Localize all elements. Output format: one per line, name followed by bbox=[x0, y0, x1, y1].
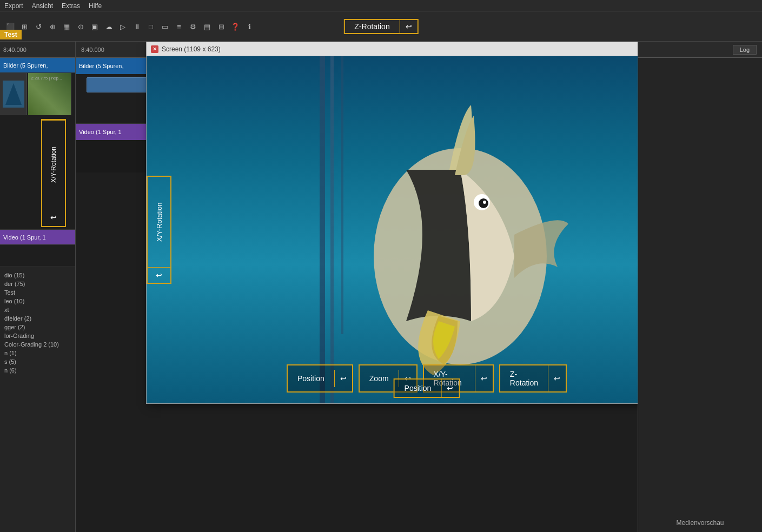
body-area: Test 8:40.000 Bilder (5 Spuren, bbox=[0, 42, 762, 532]
thumbnail-icon bbox=[3, 81, 24, 108]
menu-export[interactable]: Export bbox=[4, 2, 23, 10]
track-thumbnail-1 bbox=[0, 73, 27, 115]
toolbar-icon-9[interactable]: ▷ bbox=[117, 21, 129, 32]
fish-illustration bbox=[298, 99, 612, 403]
sidebar-item-3[interactable]: leo (10) bbox=[4, 297, 71, 305]
toolbar-icon-12[interactable]: ▭ bbox=[159, 21, 171, 32]
medienvorschau-label: Medienvorschau bbox=[676, 519, 724, 527]
screen-dialog-title: Screen (1109 x 623) bbox=[162, 45, 221, 53]
video-track-body bbox=[0, 245, 75, 267]
sidebar-item-4[interactable]: xt bbox=[4, 305, 71, 314]
bottom-position-label: Position bbox=[395, 380, 442, 397]
right-panel-top: Log bbox=[638, 42, 762, 58]
xy-rotation-section: X/Y-Rotation ↩ bbox=[0, 116, 75, 230]
xy-rotation-left-box[interactable]: X/Y-Rotation ↩ bbox=[147, 176, 171, 284]
toolbar-icon-4[interactable]: ⊕ bbox=[47, 21, 58, 32]
sidebar-item-9[interactable]: n (1) bbox=[4, 349, 71, 357]
toolbar-icon-17[interactable]: ❓ bbox=[229, 21, 241, 32]
video-background: Position ↩ Zoom ↩ X/Y-Rotation ↩ bbox=[147, 56, 638, 403]
overlay-position-button[interactable]: Position ↩ bbox=[287, 364, 353, 393]
toolbar-icon-7[interactable]: ▣ bbox=[89, 21, 101, 32]
sidebar-item-6[interactable]: gger (2) bbox=[4, 323, 71, 331]
underwater-pole-2 bbox=[330, 56, 334, 403]
right-panel-bottom: Medienvorschau bbox=[638, 58, 762, 532]
sidebar-item-10[interactable]: s (5) bbox=[4, 357, 71, 366]
z-rotation-toolbar-button[interactable]: Z-Rotation ↩ bbox=[343, 19, 418, 34]
svg-point-3 bbox=[474, 194, 490, 210]
bottom-position-icon: ↩ bbox=[441, 380, 459, 397]
video-preview: Position ↩ Zoom ↩ X/Y-Rotation ↩ bbox=[147, 56, 638, 403]
xy-rotation-left-label: X/Y-Rotation bbox=[155, 177, 163, 267]
toolbar-icon-14[interactable]: ⚙ bbox=[187, 21, 199, 32]
dialog-close-button[interactable]: ✕ bbox=[151, 45, 158, 53]
overlay-position-icon: ↩ bbox=[335, 370, 352, 387]
overlay-z-rotation-label: Z-Rotation bbox=[500, 365, 548, 391]
overlay-xy-rotation-icon: ↩ bbox=[475, 370, 493, 387]
xy-rotation-left-icon: ↩ bbox=[148, 267, 170, 283]
toolbar-icons: ⬛ ⊞ ↺ ⊕ ▦ ⊙ ▣ ☁ ▷ ⏸ □ ▭ ≡ ⚙ ▤ ⊟ ❓ ℹ bbox=[4, 21, 255, 32]
sidebar-item-2[interactable]: Test bbox=[4, 288, 71, 297]
video-label: Video (1 Spur, 1 bbox=[3, 234, 46, 241]
log-button[interactable]: Log bbox=[733, 45, 757, 55]
screen-dialog: ✕ Screen (1109 x 623) — □ ✕ bbox=[146, 42, 638, 404]
top-toolbar: ⬛ ⊞ ↺ ⊕ ▦ ⊙ ▣ ☁ ▷ ⏸ □ ▭ ≡ ⚙ ▤ ⊟ ❓ ℹ Z-Ro… bbox=[0, 12, 762, 42]
z-rotation-icon[interactable]: ↩ bbox=[400, 20, 418, 33]
toolbar-icon-11[interactable]: □ bbox=[145, 21, 157, 32]
sidebar-list: dio (15) der (75) Test leo (10) xt dfeld… bbox=[0, 267, 75, 532]
sidebar-item-1[interactable]: der (75) bbox=[4, 280, 71, 288]
track-thumbnail-map: 2:28.775 | nep... bbox=[28, 73, 71, 115]
toolbar-icon-18[interactable]: ℹ bbox=[243, 21, 255, 32]
bilder-track-header: Bilder (5 Spuren, bbox=[0, 58, 75, 73]
toolbar-icon-5[interactable]: ▦ bbox=[61, 21, 72, 32]
underwater-pole-3 bbox=[341, 56, 343, 334]
xy-rotation-vertical-label: X/Y-Rotation bbox=[42, 120, 65, 209]
sidebar-item-11[interactable]: n (6) bbox=[4, 366, 71, 375]
menu-ansicht[interactable]: Ansicht bbox=[32, 2, 53, 10]
main-col: 8:40.000 21:40.000 Bilder (5 Spuren, Vid… bbox=[76, 42, 638, 532]
toolbar-icon-8[interactable]: ☁ bbox=[103, 21, 115, 32]
left-col: Test 8:40.000 Bilder (5 Spuren, bbox=[0, 42, 76, 532]
sidebar-item-0[interactable]: dio (15) bbox=[4, 271, 71, 280]
sidebar-item-8[interactable]: Color-Grading 2 (10) bbox=[4, 340, 71, 349]
xy-rotation-box-left[interactable]: X/Y-Rotation ↩ bbox=[41, 119, 66, 227]
app: Export Ansicht Extras Hilfe ⬛ ⊞ ↺ ⊕ ▦ ⊙ … bbox=[0, 0, 762, 532]
right-col: Log Medienvorschau bbox=[638, 42, 762, 532]
overlay-position-label: Position bbox=[288, 370, 335, 387]
bilder-track-body: 2:28.775 | nep... bbox=[0, 73, 75, 116]
z-rotation-label: Z-Rotation bbox=[344, 20, 400, 33]
toolbar-icon-15[interactable]: ▤ bbox=[201, 21, 213, 32]
sidebar-item-5[interactable]: dfelder (2) bbox=[4, 314, 71, 323]
svg-point-4 bbox=[479, 198, 488, 208]
sidebar-item-7[interactable]: lor-Grading bbox=[4, 331, 71, 340]
svg-point-5 bbox=[483, 201, 486, 204]
bottom-position-button[interactable]: Position ↩ bbox=[394, 378, 460, 398]
menu-hilfe[interactable]: Hilfe bbox=[89, 2, 102, 10]
toolbar-icon-16[interactable]: ⊟ bbox=[215, 21, 227, 32]
svg-point-2 bbox=[374, 148, 547, 364]
bilder-label: Bilder (5 Spuren, bbox=[3, 62, 48, 69]
toolbar-icon-10[interactable]: ⏸ bbox=[131, 21, 143, 32]
menu-extras[interactable]: Extras bbox=[62, 2, 80, 10]
toolbar-icon-6[interactable]: ⊙ bbox=[75, 21, 87, 32]
main-video-label: Video (1 Spur, 1 bbox=[79, 129, 122, 135]
underwater-pole-1 bbox=[320, 56, 325, 403]
screen-dialog-titlebar: ✕ Screen (1109 x 623) — □ ✕ bbox=[147, 42, 638, 56]
video-track-header: Video (1 Spur, 1 bbox=[0, 230, 75, 245]
main-bilder-label: Bilder (5 Spuren, bbox=[79, 63, 124, 69]
timeline-left-time: 8:40.000 bbox=[81, 46, 104, 53]
toolbar-icon-13[interactable]: ≡ bbox=[173, 21, 185, 32]
overlay-z-rotation-button[interactable]: Z-Rotation ↩ bbox=[499, 364, 567, 393]
xy-rotation-bottom-icon: ↩ bbox=[46, 209, 61, 226]
timeline-time-left: 8:40.000 bbox=[3, 46, 26, 53]
overlay-z-rotation-icon: ↩ bbox=[548, 370, 566, 387]
toolbar-icon-3[interactable]: ↺ bbox=[32, 21, 44, 32]
dialog-title-left: ✕ Screen (1109 x 623) bbox=[151, 45, 221, 53]
menu-bar: Export Ansicht Extras Hilfe bbox=[0, 0, 762, 12]
